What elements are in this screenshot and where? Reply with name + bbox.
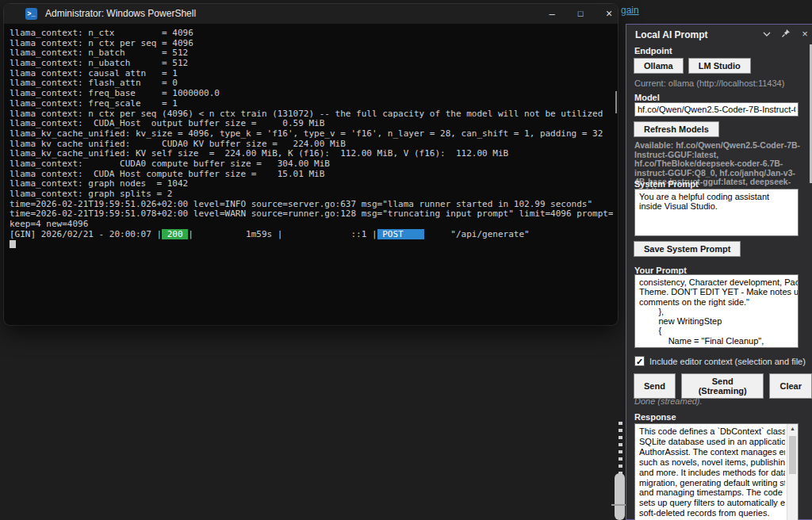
scrollbar-thumb[interactable]: [615, 473, 625, 520]
scroll-mark: [619, 457, 622, 461]
system-prompt-label: System Prompt: [634, 179, 699, 189]
panel-title: Local AI Prompt: [635, 29, 708, 40]
response-scrollbar-thumb[interactable]: [789, 436, 796, 474]
terminal-log-line: llama_context: CUDA0 compute buffer size…: [10, 159, 613, 169]
terminal-log-line: llama_context: graph splits = 2: [10, 189, 613, 199]
terminal-log-line: llama_context: n_ctx_per_seq (4096) < n_…: [10, 109, 613, 119]
save-system-prompt-button[interactable]: Save System Prompt: [634, 241, 741, 257]
terminal-log-line: keep=4 new=4096: [10, 219, 613, 229]
your-prompt-textarea[interactable]: consistency, Character development, Paci…: [634, 274, 799, 348]
terminal-cursor: [10, 240, 16, 248]
terminal-log-line: llama_context: CUDA_Host output buffer s…: [10, 118, 613, 128]
terminal-log-line: llama_context: freq_scale = 1: [10, 98, 613, 109]
terminal-log-line: llama_context: flash_attn = 0: [10, 78, 613, 88]
terminal-log-line: llama_context: causal_attn = 1: [10, 68, 613, 78]
terminal-log-line: llama_context: n_batch = 512: [10, 48, 613, 58]
scroll-mark: [619, 429, 622, 432]
terminal-log-line: llama_context: freq_base = 1000000.0: [10, 88, 613, 98]
local-ai-prompt-panel: Local AI Prompt × Endpoint Ollama LM Stu…: [626, 24, 812, 520]
refresh-models-button[interactable]: Refresh Models: [634, 121, 719, 137]
terminal-gin-line: [GIN] 2026/02/21 - 20:00:07 | 200 | 1m59…: [10, 229, 613, 239]
response-scrollbar[interactable]: ▲: [787, 424, 798, 520]
model-label: Model: [634, 93, 660, 102]
status-text: Done (streamed).: [634, 396, 703, 406]
scroll-mark: [619, 422, 622, 425]
terminal-log-line: llama_kv_cache_unified: CUDA0 KV buffer …: [10, 139, 613, 149]
again-link[interactable]: gain: [621, 5, 639, 16]
include-context-checkbox[interactable]: ✓: [634, 356, 645, 366]
scroll-mark: [619, 443, 622, 446]
terminal-scrollbar-thumb[interactable]: [615, 91, 617, 113]
status-badge: 200: [162, 229, 188, 239]
terminal-title: Administrator: Windows PowerShell: [45, 8, 196, 19]
lm-studio-button[interactable]: LM Studio: [688, 58, 751, 74]
terminal-log-line: time=2026-02-21T19:59:51.026+02:00 level…: [10, 199, 613, 209]
system-prompt-textarea[interactable]: You are a helpful coding assistant insid…: [634, 189, 799, 236]
clear-button[interactable]: Clear: [769, 373, 812, 399]
scroll-mark: [619, 450, 622, 453]
response-label: Response: [634, 412, 676, 422]
scroll-up-icon[interactable]: ▲: [790, 426, 795, 431]
terminal-log-line: llama_context: CUDA_Host compute buffer …: [10, 169, 613, 179]
terminal-output[interactable]: llama_context: n_ctx = 4096llama_context…: [10, 28, 613, 325]
minimize-button[interactable]: –: [540, 6, 564, 22]
maximize-button[interactable]: □: [569, 6, 592, 22]
ollama-button[interactable]: Ollama: [634, 58, 684, 74]
terminal-titlebar[interactable]: >_ Administrator: Windows PowerShell – □…: [4, 4, 618, 24]
terminal-log-line: llama_kv_cache_unified: KV self size = 2…: [10, 148, 613, 159]
send-streaming-button[interactable]: Send (Streaming): [681, 373, 764, 399]
terminal-log-line: llama_context: n_ubatch = 512: [10, 58, 613, 68]
model-input[interactable]: [634, 102, 799, 117]
powershell-window[interactable]: >_ Administrator: Windows PowerShell – □…: [4, 4, 618, 325]
terminal-log-line: llama_context: n_ctx_per_seq = 4096: [10, 38, 613, 48]
close-icon[interactable]: ×: [799, 29, 810, 40]
chevron-down-icon[interactable]: [761, 29, 772, 40]
close-button[interactable]: ×: [597, 6, 618, 22]
terminal-log-line: time=2026-02-21T19:59:51.078+02:00 level…: [10, 208, 613, 219]
panel-header[interactable]: Local AI Prompt ×: [626, 25, 812, 44]
response-textarea[interactable]: This code defines a `DbContext` class fo…: [634, 423, 799, 520]
terminal-log-line: llama_context: n_ctx = 4096: [10, 28, 613, 38]
include-context-label: Include editor context (selection and fi…: [649, 357, 806, 366]
current-endpoint-text: Current: ollama (http://localhost:11434): [634, 78, 784, 88]
terminal-log-line: llama_kv_cache_unified: kv_size = 4096, …: [10, 128, 613, 139]
method-badge: POST: [377, 229, 425, 239]
pin-icon[interactable]: [780, 29, 791, 40]
send-button[interactable]: Send: [634, 373, 676, 399]
endpoint-label: Endpoint: [634, 46, 672, 55]
powershell-icon: >_: [25, 8, 37, 20]
scroll-mark: [619, 465, 622, 468]
response-text: This code defines a `DbContext` class fo…: [639, 426, 785, 520]
terminal-log-line: llama_context: graph nodes = 1042: [10, 178, 613, 189]
scroll-mark: [619, 436, 622, 439]
